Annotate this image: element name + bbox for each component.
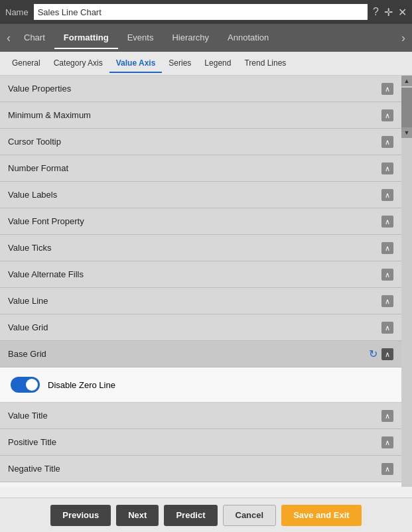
save-exit-button[interactable]: Save and Exit — [281, 505, 362, 526]
scroll-down-arrow[interactable]: ▼ — [401, 127, 412, 138]
content-area: Value Properties∧Minimum & Maximum∧Curso… — [0, 76, 412, 487]
section-row-cursor-tooltip[interactable]: Cursor Tooltip∧ — [0, 129, 401, 155]
section-label-positive-title: Positive Title — [8, 437, 56, 447]
section-right-value-alternate-fills: ∧ — [381, 269, 393, 281]
toggle-row-disable-zero-line: Disable Zero Line — [11, 377, 391, 393]
tab-formatting[interactable]: Formatting — [54, 27, 118, 49]
cancel-button[interactable]: Cancel — [223, 505, 277, 526]
tab-hierarchy[interactable]: Hierarchy — [163, 27, 218, 49]
chevron-icon-value-title[interactable]: ∧ — [381, 410, 393, 422]
section-right-value-font-property: ∧ — [381, 216, 393, 228]
section-right-minimum-maximum: ∧ — [381, 109, 393, 121]
chevron-icon-value-alternate-fills[interactable]: ∧ — [381, 269, 393, 281]
section-right-cursor-tooltip: ∧ — [381, 136, 393, 148]
section-label-value-alternate-fills: Value Alternate Fills — [8, 269, 84, 279]
sub-tab-trend-lines[interactable]: Trend Lines — [238, 54, 293, 73]
section-right-base-grid: ↻∧ — [369, 348, 393, 360]
section-right-negative-title: ∧ — [381, 463, 393, 475]
sub-tab-general[interactable]: General — [5, 54, 47, 73]
sub-tab-bar: GeneralCategory AxisValue AxisSeriesLege… — [0, 52, 412, 76]
chevron-icon-value-ticks[interactable]: ∧ — [381, 242, 393, 254]
help-icon[interactable]: ? — [373, 6, 379, 18]
sub-tab-legend[interactable]: Legend — [198, 54, 238, 73]
chart-name-input[interactable] — [34, 4, 368, 20]
footer: Previous Next Predict Cancel Save and Ex… — [0, 498, 412, 532]
tab-next-arrow[interactable]: › — [397, 31, 409, 45]
refresh-icon-base-grid[interactable]: ↻ — [369, 348, 378, 360]
name-label: Name — [5, 7, 29, 17]
chevron-icon-base-grid[interactable]: ∧ — [381, 348, 393, 360]
sub-tab-value-axis[interactable]: Value Axis — [109, 54, 163, 73]
section-label-value-properties: Value Properties — [8, 84, 71, 94]
section-label-cursor-tooltip: Cursor Tooltip — [8, 137, 61, 147]
toggle-knob — [26, 379, 38, 391]
chevron-icon-value-properties[interactable]: ∧ — [381, 83, 393, 95]
tab-prev-arrow[interactable]: ‹ — [3, 31, 15, 45]
section-right-value-title: ∧ — [381, 410, 393, 422]
section-row-number-format[interactable]: Number Format∧ — [0, 155, 401, 182]
chevron-icon-value-font-property[interactable]: ∧ — [381, 216, 393, 228]
disable-zero-line-label: Disable Zero Line — [48, 380, 115, 390]
chevron-icon-value-line[interactable]: ∧ — [381, 295, 393, 307]
section-row-value-alternate-fills[interactable]: Value Alternate Fills∧ — [0, 261, 401, 288]
section-right-value-labels: ∧ — [381, 189, 393, 201]
section-right-value-line: ∧ — [381, 295, 393, 307]
tab-chart[interactable]: Chart — [15, 27, 54, 49]
chevron-icon-number-format[interactable]: ∧ — [381, 163, 393, 174]
title-bar: Name ? ✛ ✕ — [0, 0, 412, 24]
sub-tab-series[interactable]: Series — [162, 54, 198, 73]
toggle-slider — [11, 377, 40, 393]
section-label-value-font-property: Value Font Property — [8, 216, 84, 226]
section-label-negative-title: Negative Title — [8, 464, 60, 474]
section-row-value-grid[interactable]: Value Grid∧ — [0, 314, 401, 341]
sub-tabs-container: GeneralCategory AxisValue AxisSeriesLege… — [5, 54, 293, 73]
section-label-value-ticks: Value Ticks — [8, 243, 52, 253]
tabs-container: ChartFormattingEventsHierarchyAnnotation — [15, 27, 397, 49]
section-label-minimum-maximum: Minimum & Maximum — [8, 110, 91, 120]
section-row-value-line[interactable]: Value Line∧ — [0, 288, 401, 314]
chevron-icon-negative-title[interactable]: ∧ — [381, 463, 393, 475]
section-right-value-properties: ∧ — [381, 83, 393, 95]
section-row-minimum-maximum[interactable]: Minimum & Maximum∧ — [0, 102, 401, 129]
section-row-base-grid[interactable]: Base Grid↻∧ — [0, 341, 401, 367]
section-label-number-format: Number Format — [8, 163, 68, 173]
chevron-icon-value-grid[interactable]: ∧ — [381, 322, 393, 334]
section-right-value-grid: ∧ — [381, 322, 393, 334]
section-row-negative-title[interactable]: Negative Title∧ — [0, 456, 401, 482]
section-row-value-font-property[interactable]: Value Font Property∧ — [0, 208, 401, 235]
section-right-number-format: ∧ — [381, 163, 393, 174]
scroll-up-arrow[interactable]: ▲ — [401, 76, 412, 86]
title-icons: ? ✛ ✕ — [373, 6, 407, 19]
chevron-icon-positive-title[interactable]: ∧ — [381, 436, 393, 448]
section-row-value-title[interactable]: Value Title∧ — [0, 403, 401, 429]
disable-zero-line-toggle[interactable] — [11, 377, 40, 393]
close-icon[interactable]: ✕ — [398, 6, 407, 19]
section-label-value-labels: Value Labels — [8, 190, 57, 200]
tab-bar: ‹ ChartFormattingEventsHierarchyAnnotati… — [0, 24, 412, 52]
section-content-base-grid: Disable Zero Line — [0, 367, 401, 403]
section-right-positive-title: ∧ — [381, 436, 393, 448]
sections-list: Value Properties∧Minimum & Maximum∧Curso… — [0, 76, 401, 487]
section-row-value-labels[interactable]: Value Labels∧ — [0, 182, 401, 208]
tab-annotation[interactable]: Annotation — [218, 27, 278, 49]
predict-button[interactable]: Predict — [164, 505, 217, 526]
move-icon[interactable]: ✛ — [384, 6, 393, 19]
section-row-value-ticks[interactable]: Value Ticks∧ — [0, 235, 401, 261]
section-label-value-title: Value Title — [8, 411, 48, 421]
scrollbar[interactable]: ▲ ▼ — [401, 76, 412, 487]
tab-events[interactable]: Events — [118, 27, 163, 49]
section-label-base-grid: Base Grid — [8, 349, 46, 359]
section-row-positive-title[interactable]: Positive Title∧ — [0, 429, 401, 456]
section-label-value-grid: Value Grid — [8, 322, 48, 332]
scroll-thumb[interactable] — [401, 88, 412, 127]
chevron-icon-cursor-tooltip[interactable]: ∧ — [381, 136, 393, 148]
sub-tab-category-axis[interactable]: Category Axis — [47, 54, 109, 73]
chevron-icon-minimum-maximum[interactable]: ∧ — [381, 109, 393, 121]
previous-button[interactable]: Previous — [50, 505, 111, 526]
next-button[interactable]: Next — [116, 505, 159, 526]
section-right-value-ticks: ∧ — [381, 242, 393, 254]
section-row-value-properties[interactable]: Value Properties∧ — [0, 76, 401, 102]
chevron-icon-value-labels[interactable]: ∧ — [381, 189, 393, 201]
section-label-value-line: Value Line — [8, 296, 48, 306]
